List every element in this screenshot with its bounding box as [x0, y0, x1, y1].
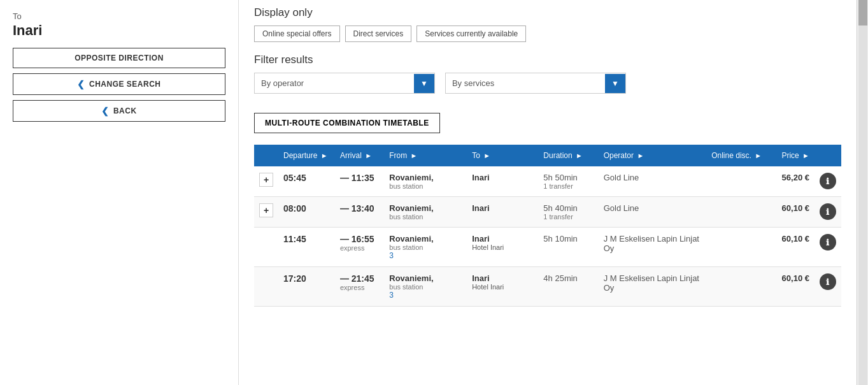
- main-content: Display only Online special offers Direc…: [239, 0, 857, 385]
- operator-sort-icon: ►: [637, 152, 644, 159]
- info-col-header: [815, 145, 841, 166]
- filter-dropdowns: By operator ▼ By services ▼: [254, 73, 841, 94]
- info-button[interactable]: ℹ: [820, 234, 836, 251]
- change-search-button[interactable]: ❮ CHANGE SEARCH: [13, 73, 225, 95]
- arrival-time: — 11:35: [340, 173, 379, 183]
- results-table: Departure ► Arrival ► From ► To ►: [254, 145, 841, 307]
- duration-header[interactable]: Duration ►: [538, 145, 598, 166]
- to-dest: Inari: [472, 173, 533, 182]
- operator-header[interactable]: Operator ►: [599, 145, 707, 166]
- from-note[interactable]: 3: [389, 251, 462, 260]
- duration: 5h 40min: [543, 203, 593, 213]
- expand-button[interactable]: +: [259, 173, 273, 187]
- online-special-offers-button[interactable]: Online special offers: [254, 25, 340, 42]
- back-label: BACK: [113, 106, 137, 115]
- change-search-arrow-icon: ❮: [77, 79, 85, 89]
- operator-name: Gold Line: [604, 173, 639, 182]
- operator-name: J M Eskelisen Lapin Linjat Oy: [604, 273, 699, 293]
- multi-route-button[interactable]: MULTI-ROUTE COMBINATION TIMETABLE: [254, 113, 440, 133]
- arrival-header[interactable]: Arrival ►: [335, 145, 384, 166]
- departure-time: 05:45: [283, 173, 330, 183]
- table-row: +08:00— 13:40Rovaniemi, bus stationInari…: [254, 197, 841, 228]
- scrollbar-track: [858, 0, 867, 385]
- departure-time: 11:45: [283, 234, 330, 244]
- operator-dropdown[interactable]: By operator: [255, 73, 414, 93]
- back-button[interactable]: ❮ BACK: [13, 100, 225, 122]
- info-button[interactable]: ℹ: [820, 273, 836, 290]
- from-header[interactable]: From ►: [384, 145, 467, 166]
- from-note[interactable]: 3: [389, 291, 462, 300]
- price-header[interactable]: Price ►: [767, 145, 815, 166]
- direct-services-button[interactable]: Direct services: [345, 25, 412, 42]
- info-button[interactable]: ℹ: [820, 173, 836, 189]
- to-sub: Hotel Inari: [472, 283, 533, 291]
- destination-label: To: [13, 11, 225, 21]
- duration: 5h 50min: [543, 173, 593, 182]
- transfer: 1 transfer: [543, 182, 593, 190]
- from-sub: bus station: [389, 243, 462, 251]
- change-search-label: CHANGE SEARCH: [89, 80, 161, 89]
- time-label: express: [340, 284, 379, 291]
- expand-button[interactable]: +: [259, 203, 273, 217]
- to-dest: Inari: [472, 234, 533, 243]
- opposite-direction-label: OPPOSITE DIRECTION: [75, 54, 164, 62]
- services-dropdown-wrap: By services ▼: [445, 73, 626, 94]
- arrival-time: — 13:40: [340, 203, 379, 214]
- price-value: 60,10 €: [782, 234, 809, 243]
- duration: 4h 25min: [543, 273, 593, 283]
- departure-time: 17:20: [283, 273, 330, 284]
- from-sort-icon: ►: [411, 152, 418, 159]
- from-city: Rovaniemi,: [389, 273, 462, 283]
- to-sort-icon: ►: [483, 152, 490, 159]
- to-dest: Inari: [472, 273, 533, 283]
- arrival-time: — 21:45: [340, 273, 379, 284]
- duration-sort-icon: ►: [576, 152, 583, 159]
- filter-results-section: Filter results By operator ▼ By services…: [254, 54, 841, 94]
- table-row: 17:20— 21:45expressRovaniemi, bus statio…: [254, 267, 841, 307]
- from-sub: bus station: [389, 213, 462, 221]
- expand-col-header: [254, 145, 278, 166]
- table-row: +05:45— 11:35Rovaniemi, bus stationInari…: [254, 166, 841, 197]
- operator-dropdown-arrow-icon: ▼: [414, 74, 434, 93]
- operator-dropdown-wrap: By operator ▼: [254, 73, 435, 94]
- from-sub: bus station: [389, 283, 462, 291]
- price-sort-icon: ►: [802, 152, 809, 159]
- destination-value: Inari: [13, 22, 225, 39]
- disc-header[interactable]: Online disc. ►: [706, 145, 767, 166]
- price-value: 56,20 €: [782, 173, 809, 182]
- opposite-direction-button[interactable]: OPPOSITE DIRECTION: [13, 48, 225, 68]
- filter-buttons-group: Online special offers Direct services Se…: [254, 25, 841, 42]
- duration: 5h 10min: [543, 234, 593, 243]
- services-dropdown-arrow-icon: ▼: [605, 74, 625, 93]
- services-currently-available-button[interactable]: Services currently available: [416, 25, 526, 42]
- disc-sort-icon: ►: [755, 152, 762, 159]
- from-city: Rovaniemi,: [389, 203, 462, 213]
- display-only-heading: Display only: [254, 6, 841, 19]
- services-dropdown[interactable]: By services: [446, 73, 605, 93]
- price-value: 60,10 €: [782, 203, 809, 213]
- from-city: Rovaniemi,: [389, 234, 462, 243]
- from-city: Rovaniemi,: [389, 173, 462, 182]
- to-header[interactable]: To ►: [467, 145, 538, 166]
- from-sub: bus station: [389, 182, 462, 190]
- display-only-section: Display only Online special offers Direc…: [254, 6, 841, 42]
- scrollbar-thumb[interactable]: [858, 0, 867, 25]
- time-label: express: [340, 244, 379, 252]
- info-button[interactable]: ℹ: [820, 203, 836, 220]
- departure-time: 08:00: [283, 203, 330, 214]
- scrollbar[interactable]: [857, 0, 868, 385]
- arrival-time: — 16:55: [340, 234, 379, 244]
- table-row: 11:45— 16:55expressRovaniemi, bus statio…: [254, 228, 841, 267]
- operator-name: J M Eskelisen Lapin Linjat Oy: [604, 234, 699, 253]
- back-arrow-icon: ❮: [101, 106, 110, 116]
- to-sub: Hotel Inari: [472, 243, 533, 251]
- sidebar: To Inari OPPOSITE DIRECTION ❮ CHANGE SEA…: [0, 0, 239, 385]
- transfer: 1 transfer: [543, 213, 593, 221]
- operator-name: Gold Line: [604, 203, 639, 213]
- departure-header[interactable]: Departure ►: [278, 145, 335, 166]
- departure-sort-icon: ►: [321, 152, 328, 159]
- table-header-row: Departure ► Arrival ► From ► To ►: [254, 145, 841, 166]
- arrival-sort-icon: ►: [365, 152, 372, 159]
- to-dest: Inari: [472, 203, 533, 213]
- price-value: 60,10 €: [782, 273, 809, 283]
